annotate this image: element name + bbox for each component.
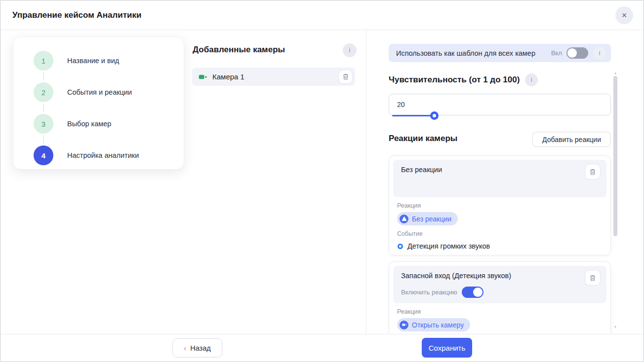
reaction-card-title: Запасной вход (Детекция звуков) xyxy=(401,272,601,280)
info-icon: i xyxy=(531,76,532,83)
reaction-chip-label: Без реакции xyxy=(412,215,451,223)
stepper-step-4-active[interactable]: 4 Настройка аналитики xyxy=(13,140,184,171)
video-camera-icon xyxy=(198,72,208,82)
sensitivity-slider-track[interactable] xyxy=(392,115,435,116)
scroll-up-icon[interactable]: ▲ xyxy=(613,71,618,75)
modal-header: Управление кейсом Аналитики × xyxy=(0,0,644,30)
step-label: Настройка аналитики xyxy=(67,151,139,159)
panel-divider xyxy=(366,30,366,334)
event-name: Детекция громких звуков xyxy=(407,242,490,250)
toggle-knob xyxy=(473,288,483,297)
step-number-badge: 4 xyxy=(34,145,53,165)
delete-camera-button[interactable] xyxy=(338,70,353,84)
close-icon: × xyxy=(622,10,627,20)
back-button-label: Назад xyxy=(190,344,211,352)
page-title: Управление кейсом Аналитики xyxy=(12,10,142,20)
sensitivity-heading: Чувствительность (от 1 до 100) xyxy=(389,75,520,85)
scroll-down-icon[interactable]: ▼ xyxy=(613,325,618,329)
template-banner-label: Использовать как шаблон для всех камер xyxy=(396,49,551,57)
template-toggle-caption: Вкл xyxy=(551,49,562,57)
step-number-badge: 3 xyxy=(34,114,53,134)
sensitivity-info-button[interactable]: i xyxy=(525,73,538,86)
camera-icon xyxy=(400,321,408,329)
template-info-button[interactable]: i xyxy=(593,47,606,60)
step-number-badge: 1 xyxy=(34,51,53,71)
reaction-chip[interactable]: Открыть камеру xyxy=(397,318,470,331)
reactions-heading: Реакции камеры xyxy=(389,134,457,144)
added-cameras-info-button[interactable]: i xyxy=(343,43,357,57)
close-button[interactable]: × xyxy=(615,6,633,24)
step-label: События и реакции xyxy=(67,88,132,96)
added-cameras-heading: Добавленные камеры xyxy=(193,45,285,55)
reaction-chip-label: Открыть камеру xyxy=(412,321,464,329)
chevron-left-icon: ‹ xyxy=(184,344,186,352)
step-label: Выбор камер xyxy=(67,120,111,128)
scrollbar-thumb[interactable] xyxy=(613,76,617,236)
delete-reaction-button[interactable] xyxy=(585,270,601,286)
reaction-chip[interactable]: Без реакции xyxy=(397,212,458,225)
save-button[interactable]: Сохранить xyxy=(422,338,472,358)
stepper-step-1[interactable]: 1 Название и вид xyxy=(13,45,184,76)
reaction-card: Запасной вход (Детекция звуков) Включить… xyxy=(389,261,611,334)
reaction-card: Без реакции Реакция Без реакции Событие … xyxy=(389,155,611,255)
stepper-step-3[interactable]: 3 Выбор камер xyxy=(13,108,184,140)
reaction-card-title: Без реакции xyxy=(401,166,601,174)
info-icon: i xyxy=(599,50,601,57)
template-banner: Использовать как шаблон для всех камер В… xyxy=(389,44,611,62)
stepper-card: 1 Название и вид 2 События и реакции 3 В… xyxy=(13,36,184,170)
manage-case-modal: Управление кейсом Аналитики × 1 Название… xyxy=(0,0,644,362)
back-button[interactable]: ‹Назад xyxy=(172,338,222,358)
reaction-label: Реакция xyxy=(397,308,606,315)
template-toggle[interactable] xyxy=(566,47,588,59)
sensitivity-input[interactable] xyxy=(389,94,611,115)
event-row: Детекция громких звуков xyxy=(398,242,606,250)
no-reaction-icon xyxy=(400,215,408,223)
camera-list-item[interactable]: Камера 1 xyxy=(192,68,355,86)
trash-icon xyxy=(342,73,349,80)
reaction-card-header: Запасной вход (Детекция звуков) Включить… xyxy=(393,266,606,303)
right-panel-scrollbar[interactable]: ▲ ▼ xyxy=(613,70,618,334)
camera-name: Камера 1 xyxy=(212,72,338,81)
add-reactions-button[interactable]: Добавить реакции xyxy=(532,132,611,147)
reaction-card-header: Без реакции xyxy=(393,160,606,197)
step-label: Название и вид xyxy=(67,57,119,65)
sensitivity-slider-knob[interactable] xyxy=(430,111,439,120)
trash-icon xyxy=(589,274,596,282)
step-number-badge: 2 xyxy=(34,82,53,102)
enable-reaction-caption: Включить реакцию xyxy=(401,289,457,296)
reaction-label: Реакция xyxy=(397,202,606,209)
modal-footer: ‹Назад Сохранить xyxy=(0,334,644,362)
enable-reaction-toggle[interactable] xyxy=(462,287,483,298)
toggle-knob xyxy=(567,48,577,58)
info-icon: i xyxy=(349,47,351,54)
event-label: Событие xyxy=(397,230,606,237)
analytics-settings-panel: Использовать как шаблон для всех камер В… xyxy=(374,30,644,334)
delete-reaction-button[interactable] xyxy=(585,164,601,180)
event-ring-icon xyxy=(398,244,403,249)
stepper-step-2[interactable]: 2 События и реакции xyxy=(13,76,184,108)
trash-icon xyxy=(589,168,596,176)
